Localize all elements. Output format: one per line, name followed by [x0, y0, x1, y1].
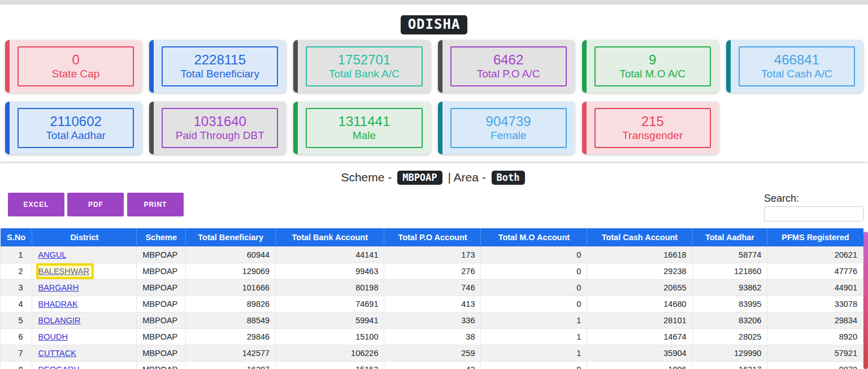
cell-total-cash-account: 1096	[587, 362, 692, 369]
cell-total-aadhar: 129990	[692, 345, 767, 362]
cell-total-aadhar: 93862	[692, 280, 767, 296]
cell-total-beneficiary: 129069	[186, 263, 276, 280]
cell-sno: 1	[1, 247, 32, 263]
district-link-boudh[interactable]: BOUDH	[38, 332, 67, 341]
cell-pfms-registered: 57921	[767, 345, 863, 362]
cell-total-bank-account: 99463	[276, 263, 384, 280]
district-link-bargarh[interactable]: BARGARH	[38, 283, 79, 292]
cell-total-po-account: 43	[384, 362, 481, 369]
table-toolbar: EXCEL PDF PRINT Search:	[8, 193, 863, 222]
district-link-deogarh[interactable]: DEOGARH	[38, 365, 79, 369]
cell-total-bank-account: 74691	[276, 296, 384, 312]
cell-scheme: MBPOAP	[137, 247, 186, 263]
cell-total-po-account: 259	[384, 345, 481, 362]
area-prefix-label: | Area -	[448, 171, 485, 184]
cell-scheme: MBPOAP	[137, 296, 186, 312]
cell-total-po-account: 746	[384, 280, 481, 296]
card-label: Total Aadhar	[19, 129, 133, 142]
card-inner-box: 6462Total P.O A/C	[450, 46, 567, 86]
card-label: State Cap	[19, 67, 133, 81]
card-accent-bar	[582, 40, 587, 93]
cell-total-cash-account: 14674	[587, 329, 692, 345]
stat-cards-row-1: 0State Cap2228115Total Beneficiary175270…	[5, 40, 863, 93]
card-label: Total M.O A/C	[596, 67, 710, 81]
card-accent-bar	[438, 102, 442, 154]
cell-total-bank-account: 15153	[276, 362, 384, 369]
cell-district: BARGARH	[32, 280, 137, 296]
card-accent-bar	[582, 102, 587, 154]
vertical-scrollbar-thumb[interactable]	[863, 232, 868, 369]
cell-district: BOUDH	[32, 329, 137, 345]
cell-sno: 3	[1, 280, 32, 296]
cell-total-aadhar: 28025	[692, 329, 767, 345]
cell-total-bank-account: 59941	[276, 312, 384, 329]
card-value: 1752701	[307, 52, 421, 68]
card-inner-box: 1311441Male	[306, 108, 422, 148]
cell-total-po-account: 413	[384, 296, 481, 312]
stat-card-state-cap: 0State Cap	[5, 40, 142, 93]
stat-card-total-cash-a-c: 466841Total Cash A/C	[726, 40, 863, 93]
cell-sno: 5	[1, 312, 32, 329]
card-accent-bar	[293, 102, 298, 154]
cell-total-mo-account: 1	[481, 345, 587, 362]
cell-district: BALESHWAR	[32, 263, 137, 280]
cell-total-mo-account: 1	[481, 329, 587, 345]
card-value: 0	[19, 52, 133, 68]
cell-total-mo-account: 0	[481, 296, 587, 312]
card-label: Total Bank A/C	[307, 67, 421, 81]
cell-total-aadhar: 121860	[692, 263, 767, 280]
search-label: Search:	[764, 193, 863, 205]
cell-total-po-account: 276	[384, 263, 481, 280]
cell-pfms-registered: 47776	[767, 263, 863, 280]
cell-total-aadhar: 16217	[692, 362, 767, 369]
card-inner-box: 9Total M.O A/C	[594, 46, 711, 86]
cell-total-mo-account: 0	[481, 280, 587, 296]
stat-card-transgender: 215Transgender	[582, 102, 719, 154]
stat-card-female: 904739Female	[438, 102, 575, 154]
card-inner-box: 466841Total Cash A/C	[739, 46, 855, 86]
card-inner-box: 1752701Total Bank A/C	[306, 46, 422, 86]
cell-sno: 4	[1, 296, 32, 312]
district-link-angul[interactable]: ANGUL	[38, 250, 66, 259]
column-header-total-bank-account: Total Bank Account	[276, 228, 384, 247]
stat-card-paid-through-dbt: 1031640Paid Through DBT	[149, 102, 286, 154]
district-link-baleshwar[interactable]: BALESHWAR	[38, 267, 89, 276]
card-inner-box: 215Transgender	[594, 108, 711, 148]
cell-total-mo-account: 1	[481, 312, 587, 329]
card-accent-bar	[149, 40, 154, 93]
cell-scheme: MBPOAP	[137, 362, 186, 369]
print-button[interactable]: PRINT	[127, 193, 184, 216]
cell-total-beneficiary: 101666	[186, 280, 276, 296]
district-link-bhadrak[interactable]: BHADRAK	[38, 299, 77, 309]
cell-total-bank-account: 15100	[276, 329, 384, 345]
search-input[interactable]	[764, 206, 863, 222]
cell-total-cash-account: 28101	[587, 312, 692, 329]
table-header-row: S.NoDistrictSchemeTotal BeneficiaryTotal…	[1, 228, 863, 247]
top-divider-strip	[0, 0, 868, 5]
cell-pfms-registered: 29834	[767, 312, 863, 329]
card-accent-bar	[293, 40, 298, 93]
card-inner-box: 0State Cap	[18, 46, 134, 86]
cell-sno: 2	[1, 263, 32, 280]
pdf-export-button[interactable]: PDF	[67, 193, 124, 216]
card-value: 6462	[452, 52, 566, 68]
cell-scheme: MBPOAP	[137, 345, 186, 362]
cell-district: CUTTACK	[32, 345, 137, 362]
cell-total-beneficiary: 89826	[186, 296, 276, 312]
cell-district: DEOGARH	[32, 362, 137, 369]
card-accent-bar	[5, 102, 10, 154]
cell-sno: 6	[1, 329, 32, 345]
district-link-bolangir[interactable]: BOLANGIR	[38, 316, 80, 325]
cell-total-bank-account: 106226	[276, 345, 384, 362]
card-value: 904739	[452, 114, 566, 129]
cell-district: BHADRAK	[32, 296, 137, 312]
card-label: Total P.O A/C	[452, 67, 566, 81]
cell-total-cash-account: 35904	[587, 345, 692, 362]
cell-total-cash-account: 20655	[587, 280, 692, 296]
district-link-cuttack[interactable]: CUTTACK	[38, 349, 76, 358]
column-header-total-aadhar: Total Aadhar	[692, 228, 767, 247]
cell-total-aadhar: 83995	[692, 296, 767, 312]
excel-export-button[interactable]: EXCEL	[8, 193, 64, 216]
cell-pfms-registered: 8920	[767, 329, 863, 345]
card-label: Female	[452, 129, 566, 142]
